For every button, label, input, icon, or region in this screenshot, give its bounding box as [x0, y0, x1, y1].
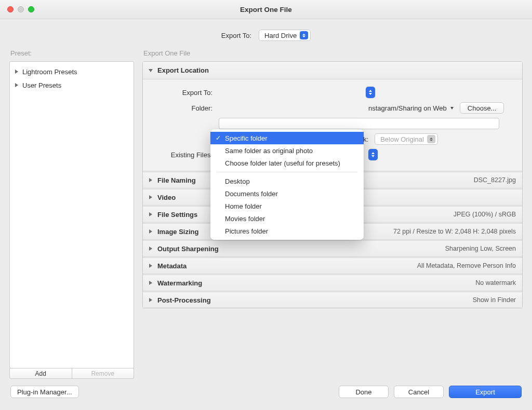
export-to-dropdown-menu[interactable]: Specific folder Same folder as original … — [210, 129, 364, 240]
chevron-right-icon — [149, 229, 152, 234]
dropdown-item-home[interactable]: Home folder — [210, 200, 364, 212]
chevron-right-icon — [15, 70, 18, 74]
section-title: Watermarking — [157, 279, 202, 287]
section-metadata[interactable]: Metadata All Metadata, Remove Person Inf… — [143, 256, 522, 274]
dropdown-item-movies[interactable]: Movies folder — [210, 212, 364, 225]
section-summary: All Metadata, Remove Person Info — [417, 262, 516, 269]
dropdown-item-specific-folder[interactable]: Specific folder — [210, 132, 364, 144]
section-post-processing[interactable]: Post-Processing Show in Finder — [143, 291, 522, 308]
select-stepper-icon — [427, 135, 435, 143]
select-stepper-icon — [300, 31, 308, 39]
cancel-button[interactable]: Cancel — [394, 386, 444, 398]
window-title: Export One File — [0, 6, 532, 13]
section-summary: No watermark — [475, 279, 516, 286]
chevron-right-icon — [149, 298, 152, 302]
section-summary: DSC_8227.jpg — [474, 176, 516, 184]
export-to-select[interactable]: Hard Drive — [259, 30, 311, 41]
zoom-window-icon[interactable] — [28, 6, 34, 12]
chevron-right-icon — [149, 195, 152, 199]
stack-position-value: Below Original — [380, 135, 424, 143]
section-summary: JPEG (100%) / sRGB — [454, 211, 516, 218]
chevron-down-icon — [149, 69, 153, 72]
dialog-footer: Plug-in Manager... Done Cancel Export — [0, 379, 532, 410]
export-to-field-stepper-icon[interactable] — [366, 87, 375, 98]
chevron-right-icon — [15, 83, 18, 87]
section-title: Post-Processing — [157, 296, 211, 304]
folder-path-display[interactable]: nstagram/Sharing on Web — [368, 104, 454, 112]
titlebar: Export One File — [0, 0, 532, 19]
plugin-manager-button[interactable]: Plug-in Manager... — [10, 386, 79, 398]
preset-group-label: User Presets — [22, 81, 61, 89]
section-title: File Settings — [157, 211, 197, 218]
chevron-right-icon — [149, 281, 152, 285]
chevron-right-icon — [149, 212, 152, 216]
export-button[interactable]: Export — [449, 386, 522, 398]
section-summary: Show in Finder — [473, 296, 516, 304]
export-to-field-label: Export To: — [150, 89, 218, 97]
chevron-right-icon — [149, 264, 152, 268]
section-watermarking[interactable]: Watermarking No watermark — [143, 274, 522, 291]
existing-files-label: Existing Files: — [150, 151, 218, 159]
window-traffic-lights — [7, 6, 34, 12]
section-title: File Naming — [157, 176, 196, 184]
section-title: Video — [157, 194, 176, 201]
export-settings-label: Export One File — [143, 49, 523, 57]
export-to-label: Export To: — [221, 32, 251, 39]
preset-buttons: Add Remove — [9, 368, 134, 379]
folder-path-tail: nstagram/Sharing on Web — [368, 104, 447, 112]
preset-column: Preset: Lightroom Presets User Presets A… — [9, 46, 134, 379]
chevron-right-icon — [149, 247, 152, 251]
dropdown-separator — [217, 172, 357, 172]
section-summary: 72 ppi / Resize to W: 2,048 H: 2,048 pix… — [393, 228, 516, 235]
existing-files-stepper-icon[interactable] — [368, 149, 378, 160]
section-export-location-header[interactable]: Export Location — [143, 62, 522, 79]
section-title: Metadata — [157, 262, 187, 270]
section-title: Output Sharpening — [157, 245, 219, 253]
stack-position-label: k: — [363, 135, 368, 143]
preset-group-label: Lightroom Presets — [22, 68, 77, 76]
dropdown-item-pictures[interactable]: Pictures folder — [210, 225, 364, 237]
add-preset-button[interactable]: Add — [9, 368, 72, 379]
dropdown-item-documents[interactable]: Documents folder — [210, 187, 364, 200]
section-summary: Sharpening Low, Screen — [445, 245, 516, 252]
section-title: Image Sizing — [157, 228, 198, 236]
preset-group-user[interactable]: User Presets — [12, 78, 131, 92]
section-title: Export Location — [157, 66, 209, 74]
dropdown-item-desktop[interactable]: Desktop — [210, 175, 364, 187]
chevron-right-icon — [149, 178, 152, 182]
stack-position-select[interactable]: Below Original — [375, 133, 438, 145]
close-window-icon[interactable] — [7, 6, 14, 12]
folder-field-label: Folder: — [150, 104, 218, 112]
choose-folder-button[interactable]: Choose... — [460, 102, 504, 114]
preset-list[interactable]: Lightroom Presets User Presets — [9, 61, 134, 368]
section-output-sharpening[interactable]: Output Sharpening Sharpening Low, Screen — [143, 239, 522, 256]
subfolder-input[interactable] — [219, 118, 499, 129]
export-to-row: Export To: Hard Drive — [0, 24, 532, 46]
preset-group-lightroom[interactable]: Lightroom Presets — [12, 65, 131, 78]
export-dialog: Export One File Export To: Hard Drive Pr… — [0, 0, 532, 410]
remove-preset-button: Remove — [72, 368, 135, 379]
dropdown-item-choose-later[interactable]: Choose folder later (useful for presets) — [210, 157, 364, 169]
minimize-window-icon[interactable] — [18, 6, 24, 12]
dropdown-item-same-folder[interactable]: Same folder as original photo — [210, 144, 364, 157]
export-to-value: Hard Drive — [264, 32, 297, 39]
preset-label: Preset: — [10, 49, 134, 57]
done-button[interactable]: Done — [339, 386, 389, 398]
